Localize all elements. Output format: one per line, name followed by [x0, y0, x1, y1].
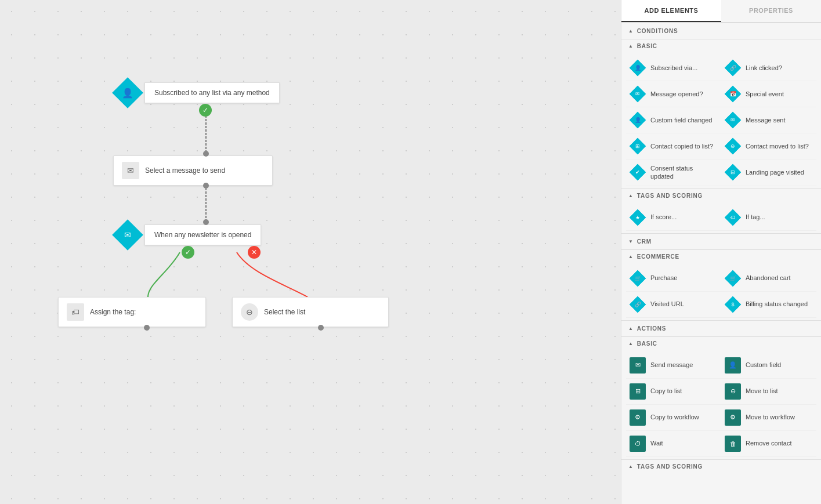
section-crm[interactable]: ▼ CRM — [621, 234, 821, 249]
element-contact-copied[interactable]: ⊞ Contact copied to list? — [626, 133, 721, 159]
element-landing-page[interactable]: ⊟ Landing page visited — [721, 159, 816, 186]
element-contact-copied-label: Contact copied to list? — [650, 142, 713, 150]
element-subscribed-via-label: Subscribed via... — [650, 64, 697, 72]
element-landing-page-label: Landing page visited — [746, 168, 804, 176]
send-message-icon: ✉ — [635, 361, 641, 369]
conditions-label: CONDITIONS — [637, 28, 678, 34]
element-billing-status-label: Billing status changed — [746, 300, 808, 308]
basic-actions-arrow: ▲ — [628, 341, 634, 346]
tags-conditions-arrow: ▲ — [628, 193, 634, 198]
element-link-clicked-label: Link clicked? — [746, 64, 782, 72]
element-copy-to-list[interactable]: ⊞ Copy to list — [626, 379, 721, 405]
subsection-tags-actions[interactable]: ▲ TAGS AND SCORING — [621, 460, 821, 473]
element-copy-to-workflow-label: Copy to workflow — [650, 413, 699, 421]
element-message-opened[interactable]: ✉ Message opened? — [626, 81, 721, 107]
subsection-ecommerce[interactable]: ▲ ECOMMERCE — [621, 250, 821, 263]
move-to-workflow-icon: ⚙ — [730, 414, 736, 421]
conn-dot-1 — [203, 151, 209, 157]
element-abandoned-cart[interactable]: 🛒 Abandoned cart — [721, 266, 816, 292]
element-wait[interactable]: ⏱ Wait — [626, 431, 721, 457]
element-move-to-list[interactable]: ⊖ Move to list — [721, 379, 816, 405]
actions-label: ACTIONS — [637, 325, 667, 332]
element-custom-field-changed[interactable]: 👤 Custom field changed — [626, 107, 721, 133]
tags-actions-label: TAGS AND SCORING — [637, 463, 703, 470]
send-message-icon: ✉ — [122, 162, 139, 179]
condition-opened-node[interactable]: ✉ When any newsletter is opened ✓ ✕ — [113, 220, 261, 249]
ecommerce-arrow: ▲ — [628, 254, 634, 259]
actions-arrow: ▲ — [628, 326, 634, 331]
send-message-node[interactable]: ✉ Select a message to send — [113, 155, 273, 186]
element-if-tag-label: If tag... — [746, 213, 765, 221]
element-consent-status[interactable]: ✔ Consent status updated — [626, 159, 721, 186]
element-purchase[interactable]: 🛒 Purchase — [626, 266, 721, 292]
element-link-clicked[interactable]: 🔗 Link clicked? — [721, 55, 816, 81]
right-panel: ADD ELEMENTS PROPERTIES ▲ CONDITIONS ▲ B… — [621, 0, 821, 504]
tags-actions-arrow: ▲ — [628, 464, 634, 469]
element-copy-to-list-label: Copy to list — [650, 387, 682, 395]
tags-conditions-label: TAGS AND SCORING — [637, 193, 703, 199]
element-if-score[interactable]: ★ If score... — [626, 205, 721, 231]
element-move-to-workflow-label: Move to workflow — [746, 413, 795, 421]
subsection-basic-actions[interactable]: ▲ BASIC — [621, 337, 821, 350]
trigger-check-badge: ✓ — [199, 104, 212, 117]
panel-tabs: ADD ELEMENTS PROPERTIES — [621, 0, 821, 23]
assign-tag-node[interactable]: 🏷 Assign the tag: — [58, 297, 206, 327]
conditions-basic-grid: 👤 Subscribed via... 🔗 Link clicked? ✉ Me… — [621, 53, 821, 188]
basic-actions-label: BASIC — [637, 340, 657, 347]
element-subscribed-via[interactable]: 👤 Subscribed via... — [626, 55, 721, 81]
ecommerce-label: ECOMMERCE — [637, 253, 679, 260]
element-contact-moved-label: Contact moved to list? — [746, 142, 809, 150]
element-custom-field-changed-label: Custom field changed — [650, 116, 712, 124]
basic-conditions-label: BASIC — [637, 43, 657, 49]
element-move-to-workflow[interactable]: ⚙ Move to workflow — [721, 405, 816, 431]
canvas-nodes: 👤 Subscribed to any list via any method … — [0, 0, 621, 504]
element-custom-field-action[interactable]: 👤 Custom field — [721, 353, 816, 379]
element-billing-status[interactable]: $ Billing status changed — [721, 292, 816, 318]
assign-tag-icon: 🏷 — [67, 303, 84, 321]
element-custom-field-action-label: Custom field — [746, 361, 781, 369]
conn-dot-4 — [144, 325, 150, 331]
select-list-node[interactable]: ⊖ Select the list — [232, 297, 389, 327]
remove-contact-icon: 🗑 — [730, 440, 736, 447]
element-if-score-label: If score... — [650, 213, 677, 221]
subsection-basic-conditions[interactable]: ▲ BASIC — [621, 39, 821, 53]
tags-scoring-grid: ★ If score... 🏷 If tag... — [621, 202, 821, 233]
basic-conditions-arrow: ▲ — [628, 43, 634, 49]
condition-yes-badge: ✓ — [182, 246, 194, 259]
condition-no-badge: ✕ — [248, 246, 261, 259]
workflow-canvas[interactable]: 👤 Subscribed to any list via any method … — [0, 0, 621, 504]
copy-to-list-icon: ⊞ — [635, 387, 641, 395]
subsection-tags-conditions[interactable]: ▲ TAGS AND SCORING — [621, 189, 821, 202]
element-move-to-list-label: Move to list — [746, 387, 778, 395]
element-copy-to-workflow[interactable]: ⚙ Copy to workflow — [626, 405, 721, 431]
copy-to-workflow-icon: ⚙ — [635, 414, 641, 421]
element-message-opened-label: Message opened? — [650, 90, 703, 98]
element-contact-moved[interactable]: ⊖ Contact moved to list? — [721, 133, 816, 159]
element-remove-contact[interactable]: 🗑 Remove contact — [721, 431, 816, 457]
tab-add-elements[interactable]: ADD ELEMENTS — [621, 0, 721, 22]
element-message-sent-label: Message sent — [746, 116, 785, 124]
section-actions[interactable]: ▲ ACTIONS — [621, 321, 821, 336]
select-list-label: Select the list — [264, 308, 305, 316]
element-consent-status-label: Consent status updated — [650, 164, 718, 181]
assign-tag-label: Assign the tag: — [90, 308, 136, 316]
tab-properties[interactable]: PROPERTIES — [721, 0, 821, 22]
wait-icon: ⏱ — [635, 440, 641, 447]
send-message-label: Select a message to send — [145, 166, 225, 175]
select-list-icon: ⊖ — [241, 303, 258, 321]
element-message-sent[interactable]: ✉ Message sent — [721, 107, 816, 133]
conn-dot-2 — [203, 183, 209, 188]
trigger-subscribed-node[interactable]: 👤 Subscribed to any list via any method … — [113, 78, 280, 107]
element-special-event[interactable]: 📅 Special event — [721, 81, 816, 107]
element-visited-url-label: Visited URL — [650, 300, 684, 308]
element-abandoned-cart-label: Abandoned cart — [746, 274, 791, 282]
element-send-message[interactable]: ✉ Send message — [626, 353, 721, 379]
condition-opened-label: When any newsletter is opened — [144, 224, 261, 245]
custom-field-icon: 👤 — [729, 361, 737, 369]
ecommerce-grid: 🛒 Purchase 🛒 Abandoned cart 🔗 Visited UR… — [621, 263, 821, 320]
element-if-tag[interactable]: 🏷 If tag... — [721, 205, 816, 231]
crm-arrow: ▼ — [628, 239, 634, 244]
element-visited-url[interactable]: 🔗 Visited URL — [626, 292, 721, 318]
section-conditions[interactable]: ▲ CONDITIONS — [621, 23, 821, 39]
conditions-arrow: ▲ — [628, 28, 634, 34]
